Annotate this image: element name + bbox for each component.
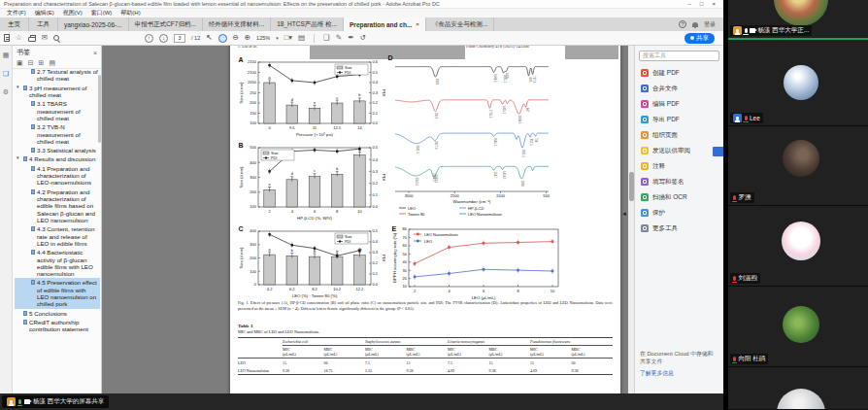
tab-home[interactable]: 主页 [0,17,29,31]
svg-text:8.2: 8.2 [312,287,317,291]
maximize-button[interactable]: □ [700,1,704,7]
page-number-input[interactable]: 3 [174,34,185,43]
tool-item[interactable]: 发送以供审阅 [635,143,723,158]
zoom-out-icon[interactable]: ⊖ [233,34,239,42]
tool-item[interactable]: 导出 PDF [635,112,723,127]
zoom-level-select[interactable]: 125% [256,35,270,41]
page-header-author: J. Liu et al. [238,46,257,49]
menu-item[interactable]: 窗口(W) [91,9,113,17]
search-icon[interactable] [53,35,59,41]
participant-tile[interactable]: 刘温煦 [728,206,868,287]
toolbar: ☆ ✉ ↑ ↓ 3 / 12 ↖ ⊖ ⊕ 125% ▾ □▾ ▤ ❑ ✎ [0,31,723,46]
selection-mode-icon[interactable]: □▾ [284,34,292,42]
table-grid: Escherichia coliStaphylococcus aureusLis… [238,337,613,375]
menu-item[interactable]: 文件(F) [7,9,26,17]
bookmark-item[interactable]: 4.5 Preservation effect of edible films … [15,278,100,308]
collapse-tools-panel-icon[interactable]: ◄ [621,211,627,217]
minimize-button[interactable]: – [688,1,691,7]
tool-item[interactable]: 注释 [635,158,723,174]
page-display-icon[interactable]: ▤ [298,34,305,42]
svg-text:500: 500 [543,193,550,198]
chevron-down-icon[interactable]: ▾ [17,155,21,161]
tab-close-icon[interactable]: × [416,21,419,27]
save-icon[interactable] [4,34,10,42]
participant-tile[interactable]: 罗漂 [728,126,868,206]
screen-share-text: 杨漾 西华大学的屏幕共享 [33,397,104,406]
bookmark-item[interactable]: CRediT authorship contribution statement [15,318,100,334]
star-icon[interactable]: ☆ [16,34,22,42]
bookmark-item[interactable]: 3.3 Statistical analysis [15,146,100,154]
bookmark-item[interactable]: 4.3 Content, retention rate and release … [15,224,100,248]
document-tab[interactable]: Preparation and ch...× [344,17,426,31]
screen: Preparation and characterization of Sale… [0,0,868,410]
tab-tools[interactable]: 工具 [29,17,58,31]
menu-item[interactable]: 视图(V) [63,9,83,17]
bookmark-item[interactable]: 4.2 Preparation and characterization of … [15,188,100,225]
tool-item[interactable]: 编辑 PDF [635,96,723,112]
pencil-tool-icon[interactable]: ✎ [336,34,342,42]
attachments-icon[interactable]: ⚙ [3,88,9,95]
zoom-dropdown-icon[interactable]: ▾ [276,36,279,41]
document-tab[interactable]: 《食品安全与检测... [426,17,494,31]
bookmarks-panel-icon[interactable]: ❏ [3,70,9,77]
bookmark-item[interactable]: 5 Conclusions [15,309,100,318]
bookmark-item[interactable]: 4.1 Preparation and characterization of … [15,164,100,188]
share-button[interactable]: 共享 [684,33,715,44]
canvas-scrollbar-thumb[interactable] [629,172,634,201]
participant-tile[interactable]: 向阳 杜鹃 [728,287,868,367]
print-icon[interactable] [28,37,36,42]
document-tab[interactable]: 申报书正式CF7归档... [129,17,203,31]
hand-tool-icon[interactable] [218,34,227,43]
svg-text:0.6: 0.6 [373,59,379,64]
refresh-icon[interactable]: ↺ [359,34,365,42]
sidebar-scrollbar[interactable] [98,75,101,143]
menu-item[interactable]: 编辑(E) [35,9,54,17]
document-tab[interactable]: yangxiao-2025-06-... [58,17,129,31]
tools-search-input[interactable]: 搜索工具 [639,51,719,61]
help-icon[interactable]: ? [679,20,686,28]
close-panel-icon[interactable]: × [93,50,97,56]
bookmark-item[interactable]: 4.4 Bacteriostatic activity of β-glucan … [15,248,100,278]
svg-text:2050: 2050 [248,80,257,85]
document-tab[interactable]: 经外循环支撑材料... [203,17,271,31]
notifications-bell-icon[interactable] [692,22,698,27]
participant-tile[interactable]: 杨漾 西华大学正... [728,0,868,40]
zoom-in-icon[interactable]: ⊕ [245,34,250,42]
menu-item[interactable]: 帮助(H) [120,9,140,17]
bookmark-item[interactable]: 3.1 TBARS measurement of chilled meat [15,99,100,122]
comment-tool-icon[interactable]: ❑ [323,34,330,42]
email-icon[interactable]: ✉ [42,34,48,42]
bookmark-icon [31,280,35,285]
tool-item-label: 保护 [652,209,665,218]
previous-page-icon[interactable]: ↑ [145,34,153,43]
page-thumbnails-icon[interactable]: ▦ [3,51,10,58]
next-page-icon[interactable]: ↓ [159,34,168,43]
svg-text:0.2: 0.2 [373,181,379,186]
screen-share-indicator[interactable]: 杨漾 西华大学的屏幕共享 [2,395,109,408]
select-tool-icon[interactable]: ↖ [206,34,212,42]
mic-muted-icon [745,116,748,120]
bookmark-item[interactable]: 2.7 Textural analysis of chilled meat [15,67,100,84]
tool-item[interactable]: 保护 [635,205,723,221]
document-canvas[interactable]: J. Liu et al. Food Chemistry 478 (2025) … [102,46,634,393]
promo-link[interactable]: 了解更多信息 [640,369,718,378]
tool-item[interactable]: 组织页面 [635,127,723,143]
close-button[interactable]: × [712,1,716,7]
sign-tool-icon[interactable]: ✒ [348,34,353,42]
tool-item-label: 更多工具 [652,224,678,233]
tool-item[interactable]: 创建 PDF [635,65,723,81]
bookmark-item[interactable]: ▾3 pH measurement of chilled meat [15,84,100,100]
bookmark-item[interactable]: ▾4 Results and discussion [15,154,100,163]
tool-item[interactable]: 扫描和 OCR [635,189,723,205]
tool-item[interactable]: 合并文件 [635,81,723,96]
tool-item[interactable]: 更多工具 [635,221,723,236]
bookmark-item[interactable]: 3.2 TVB-N measurement of chilled meat [15,122,100,146]
participant-tile[interactable] [728,367,868,410]
participant-name-bar: 向阳 杜鹃 [730,354,768,364]
login-button[interactable]: 登录 [704,20,716,29]
document-tab[interactable]: 18_HTCS产品维 检... [271,17,344,31]
figure-placeholder [565,46,618,59]
participant-tile[interactable]: Lee [728,40,868,126]
chevron-down-icon[interactable]: ▾ [17,85,21,90]
tool-item[interactable]: 填写和签名 [635,174,723,189]
